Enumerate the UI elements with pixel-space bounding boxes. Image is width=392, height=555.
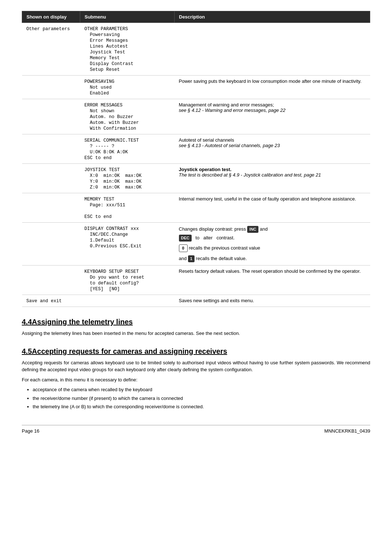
section-number: 4.4 bbox=[22, 318, 32, 326]
doc-number: MNNCEKRKB1_0439 bbox=[324, 428, 370, 434]
table-row: MEMORY TEST Page: xxx/511ESC to end Inte… bbox=[22, 193, 370, 223]
desc-italic: see § 4.12 - Warning and error messages,… bbox=[179, 108, 286, 113]
table-row: KEYBOARD SETUP RESET Do you want to rese… bbox=[22, 266, 370, 295]
submenu-cell: POWERSAVING Not used Enabled bbox=[80, 76, 175, 99]
submenu-text: OTHER PARAMETERS Powersaving Error Messa… bbox=[85, 27, 134, 72]
table-row: DISPLAY CONTRAST xxx INC/DEC.Change 1.De… bbox=[22, 223, 370, 266]
shown-cell bbox=[22, 134, 80, 164]
submenu-cell: MEMORY TEST Page: xxx/511ESC to end bbox=[80, 193, 175, 223]
table-row: POWERSAVING Not used Enabled Power savin… bbox=[22, 76, 370, 99]
desc-bold: Joystick operation test. bbox=[179, 167, 232, 172]
shown-text: Save and exit bbox=[26, 299, 62, 304]
desc-line-3: 0 recalls the previous contrast value bbox=[179, 244, 366, 252]
desc-line-2: DEC to alter contrast. bbox=[179, 234, 366, 242]
shown-text: Other parameters bbox=[26, 27, 70, 32]
desc-text: and bbox=[260, 226, 268, 232]
shown-cell bbox=[22, 76, 80, 99]
desc-main: Management of warning and error messages… bbox=[179, 102, 286, 113]
page-footer: Page 16 MNNCEKRKB1_0439 bbox=[22, 425, 370, 434]
submenu-cell: SERIAL COMMUNIC.TEST ? ----- ? U:OK B:OK… bbox=[80, 134, 175, 164]
shown-cell bbox=[22, 193, 80, 223]
desc-italic: The test is described at § 4.9 - Joystic… bbox=[179, 172, 321, 178]
table-row: SERIAL COMMUNIC.TEST ? ----- ? U:OK B:OK… bbox=[22, 134, 370, 164]
shown-cell: Save and exit bbox=[22, 295, 80, 307]
desc-italic: see § 4.13 - Autotest of serial channels… bbox=[179, 143, 280, 148]
header-desc: Description bbox=[175, 11, 370, 23]
submenu-text: ERROR MESSAGES Not shown Autom. no Buzze… bbox=[85, 103, 139, 131]
desc-cell: Changes display contrast: press INC and … bbox=[175, 223, 370, 266]
submenu-text: KEYBOARD SETUP RESET Do you want to rese… bbox=[85, 269, 144, 292]
submenu-cell: JOYSTICK TEST X:0 min:OK max:OK Y:0 min:… bbox=[80, 164, 175, 193]
desc-text: and bbox=[179, 256, 188, 261]
shown-cell bbox=[22, 266, 80, 295]
shown-cell bbox=[22, 164, 80, 193]
section-44-heading: 4.4Assigning the telemetry lines bbox=[22, 318, 370, 326]
zero-button: 0 bbox=[179, 244, 188, 252]
submenu-text: DISPLAY CONTRAST xxx INC/DEC.Change 1.De… bbox=[85, 226, 142, 249]
desc-main: Autotest of serial channelssee § 4.13 - … bbox=[179, 137, 280, 148]
section-45-heading: 4.5Accepting requests for cameras and as… bbox=[22, 347, 370, 356]
desc-cell: Resets factory default values. The reset… bbox=[175, 266, 370, 295]
desc-line-1: Changes display contrast: press INC and bbox=[179, 226, 366, 233]
inc-button: INC bbox=[247, 226, 258, 233]
submenu-cell: DISPLAY CONTRAST xxx INC/DEC.Change 1.De… bbox=[80, 223, 175, 266]
desc-cell: Management of warning and error messages… bbox=[175, 99, 370, 134]
table-row: JOYSTICK TEST X:0 min:OK max:OK Y:0 min:… bbox=[22, 164, 370, 193]
header-shown: Shown on display bbox=[22, 11, 80, 23]
submenu-cell: OTHER PARAMETERS Powersaving Error Messa… bbox=[80, 23, 175, 76]
shown-cell bbox=[22, 99, 80, 134]
section-4-5: 4.5Accepting requests for cameras and as… bbox=[22, 347, 370, 410]
desc-text: Resets factory default values. The reset… bbox=[179, 268, 361, 274]
desc-line-4: and 1 recalls the default value. bbox=[179, 255, 366, 262]
header-submenu: Submenu bbox=[80, 11, 175, 23]
section-number: 4.5 bbox=[22, 347, 32, 355]
desc-cell: Saves new settings and exits menu. bbox=[175, 295, 370, 307]
section-title: Accepting requests for cameras and assig… bbox=[32, 347, 227, 355]
section-44-body: Assigning the telemetry lines has been i… bbox=[22, 330, 370, 337]
section-4-4: 4.4Assigning the telemetry lines Assigni… bbox=[22, 318, 370, 337]
one-button: 1 bbox=[188, 255, 195, 262]
desc-block: Changes display contrast: press INC and … bbox=[179, 226, 366, 262]
desc-text: recalls the default value. bbox=[196, 256, 247, 261]
desc-cell: Internal memory test, useful in the case… bbox=[175, 193, 370, 223]
main-table: Shown on display Submenu Description Oth… bbox=[22, 11, 370, 307]
list-item: the telemetry line (A or B) to which the… bbox=[33, 403, 370, 410]
section-title: Assigning the telemetry lines bbox=[32, 318, 133, 326]
list-item: the receiver/dome number (if present) to… bbox=[33, 395, 370, 402]
submenu-text: JOYSTICK TEST X:0 min:OK max:OK Y:0 min:… bbox=[85, 167, 142, 190]
desc-cell: Joystick operation test.The test is desc… bbox=[175, 164, 370, 193]
list-item: acceptance of the camera when recalled b… bbox=[33, 386, 370, 393]
submenu-text: SERIAL COMMUNIC.TEST ? ----- ? U:OK B:OK… bbox=[85, 138, 139, 161]
shown-cell bbox=[22, 223, 80, 266]
dec-button: DEC bbox=[179, 235, 192, 242]
page-number: Page 16 bbox=[22, 428, 39, 434]
submenu-text: MEMORY TEST Page: xxx/511ESC to end bbox=[85, 197, 126, 219]
desc-text: recalls the previous contrast value bbox=[189, 245, 260, 251]
desc-cell: Autotest of serial channelssee § 4.13 - … bbox=[175, 134, 370, 164]
table-row: ERROR MESSAGES Not shown Autom. no Buzze… bbox=[22, 99, 370, 134]
section-45-body1: Accepting requests for cameras allows ke… bbox=[22, 359, 370, 373]
section-45-bullets: acceptance of the camera when recalled b… bbox=[33, 386, 370, 410]
desc-cell: Power saving puts the keyboard in low co… bbox=[175, 76, 370, 99]
desc-main: Joystick operation test.The test is desc… bbox=[179, 167, 321, 178]
desc-text: Power saving puts the keyboard in low co… bbox=[179, 78, 362, 84]
section-45-body2: For each camera, in this menu it is nece… bbox=[22, 376, 370, 384]
desc-text: Changes display contrast: press bbox=[179, 226, 248, 232]
table-row: Save and exit Saves new settings and exi… bbox=[22, 295, 370, 307]
table-row: Other parameters OTHER PARAMETERS Powers… bbox=[22, 23, 370, 76]
submenu-cell: KEYBOARD SETUP RESET Do you want to rese… bbox=[80, 266, 175, 295]
desc-cell bbox=[175, 23, 370, 76]
submenu-cell: ERROR MESSAGES Not shown Autom. no Buzze… bbox=[80, 99, 175, 134]
desc-text: Internal memory test, useful in the case… bbox=[179, 196, 356, 202]
submenu-text: POWERSAVING Not used Enabled bbox=[85, 79, 115, 96]
desc-text: Saves new settings and exits menu. bbox=[179, 298, 254, 303]
desc-text: to alter contrast. bbox=[193, 235, 234, 240]
shown-cell: Other parameters bbox=[22, 23, 80, 76]
submenu-cell bbox=[80, 295, 175, 307]
